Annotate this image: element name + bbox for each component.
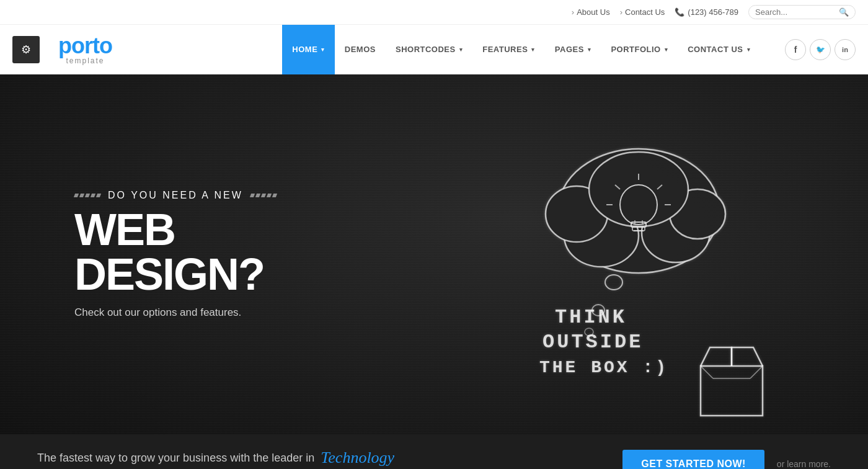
nav-portfolio[interactable]: PORTFOLIO ▾: [601, 25, 678, 74]
phone-item: 📞 (123) 456-789: [675, 7, 738, 17]
home-arrow-icon: ▾: [321, 47, 325, 53]
pages-arrow-icon: ▾: [588, 47, 591, 53]
phone-number: (123) 456-789: [688, 7, 738, 17]
hero-section: DO YOU NEED A NEW WEB DESIGN? Check out …: [0, 74, 868, 434]
contact-us-link[interactable]: Contact Us: [620, 7, 665, 17]
hero-small-text: DO YOU NEED A NEW: [74, 190, 372, 201]
logo-text: porto: [58, 35, 112, 57]
hero-deco-right: [250, 194, 277, 197]
gear-button[interactable]: ⚙: [12, 36, 40, 63]
logo-area: porto template: [58, 35, 112, 65]
contact-arrow-icon: ▾: [747, 47, 751, 53]
logo-sub: template: [66, 57, 104, 65]
chalk-art: THINK OUTSIDE THE BOX :): [459, 99, 818, 424]
get-started-button[interactable]: Get Started Now!: [622, 450, 764, 469]
portfolio-arrow-icon: ▾: [665, 47, 668, 53]
svg-line-21: [750, 366, 763, 378]
search-icon: 🔍: [839, 7, 849, 17]
svg-line-20: [701, 366, 713, 378]
gear-icon: ⚙: [21, 43, 31, 56]
hero-content: DO YOU NEED A NEW WEB DESIGN? Check out …: [0, 190, 372, 319]
svg-text:THE BOX :): THE BOX :): [539, 358, 668, 377]
search-box[interactable]: 🔍: [748, 5, 856, 19]
hero-title: WEB DESIGN?: [74, 207, 372, 297]
svg-text:THINK: THINK: [555, 306, 627, 329]
hero-deco-left: [74, 194, 100, 197]
nav-contact-us[interactable]: CONTACT US ▾: [678, 25, 760, 74]
facebook-icon[interactable]: f: [785, 39, 806, 60]
about-us-link[interactable]: About Us: [572, 7, 610, 17]
top-bar: About Us Contact Us 📞 (123) 456-789 🔍: [0, 0, 868, 25]
shortcodes-arrow-icon: ▾: [459, 47, 463, 53]
svg-point-5: [589, 152, 688, 226]
svg-point-17: [605, 275, 622, 290]
main-header: ⚙ porto template HOME ▾ DEMOS SHORTCODES…: [0, 25, 868, 74]
bottom-main-text: The fastest way to grow your business wi…: [37, 452, 314, 465]
nav-features[interactable]: FEATURES ▾: [472, 25, 545, 74]
nav-demos[interactable]: DEMOS: [335, 25, 386, 74]
phone-icon: 📞: [675, 7, 684, 17]
nav-pages[interactable]: PAGES ▾: [545, 25, 601, 74]
bottom-text-area: The fastest way to grow your business wi…: [37, 449, 394, 469]
main-nav: HOME ▾ DEMOS SHORTCODES ▾ FEATURES ▾ PAG…: [282, 25, 760, 74]
top-bar-links: About Us Contact Us 📞 (123) 456-789 🔍: [572, 5, 856, 19]
svg-text:OUTSIDE: OUTSIDE: [542, 331, 643, 354]
hero-description: Check out our options and features.: [74, 306, 372, 319]
linkedin-icon[interactable]: in: [835, 39, 856, 60]
features-arrow-icon: ▾: [531, 47, 535, 53]
twitter-icon[interactable]: 🐦: [810, 39, 831, 60]
nav-shortcodes[interactable]: SHORTCODES ▾: [386, 25, 472, 74]
bottom-bar: The fastest way to grow your business wi…: [0, 434, 868, 469]
logo-name: porto: [58, 33, 112, 58]
or-learn-text: or learn more.: [777, 459, 831, 469]
social-icons: f 🐦 in: [785, 39, 856, 60]
bottom-highlight: Technology: [321, 449, 394, 467]
nav-home[interactable]: HOME ▾: [282, 25, 335, 74]
search-input[interactable]: [755, 7, 836, 17]
hero-subtitle-small: DO YOU NEED A NEW: [108, 190, 243, 201]
bottom-cta-area: Get Started Now! or learn more.: [622, 450, 831, 469]
